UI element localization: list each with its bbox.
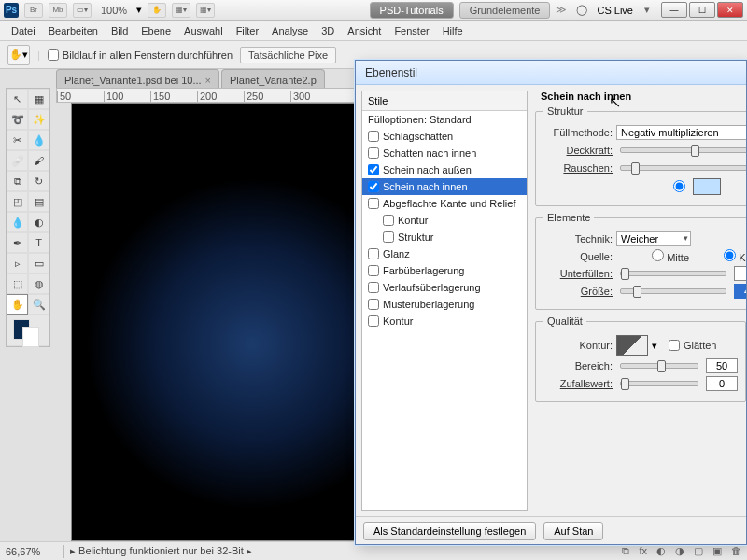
- minimize-button[interactable]: —: [661, 2, 687, 18]
- range-input[interactable]: 50: [706, 358, 738, 373]
- antialias-checkbox[interactable]: Glätten: [669, 340, 738, 351]
- healing-tool[interactable]: 🩹: [7, 150, 28, 171]
- color-swatches[interactable]: [7, 315, 49, 346]
- style-gradient-overlay[interactable]: Verlaufsüberlagerung: [362, 279, 527, 296]
- style-outer-glow[interactable]: Schein nach außen: [362, 161, 527, 178]
- menu-datei[interactable]: Datei: [11, 25, 35, 36]
- lasso-tool[interactable]: ➰: [7, 109, 28, 130]
- new-icon[interactable]: ▣: [712, 545, 722, 557]
- size-label[interactable]: Größe:: [543, 286, 613, 297]
- choke-input[interactable]: 0: [734, 266, 746, 281]
- scroll-all-checkbox[interactable]: Bildlauf in allen Fenstern durchführen: [48, 49, 233, 61]
- screen-mode-icon[interactable]: ▭▾: [73, 3, 92, 18]
- make-default-button[interactable]: Als Standardeinstellung festlegen: [363, 522, 536, 540]
- brush-tool[interactable]: 🖌: [28, 150, 49, 171]
- noise-label[interactable]: Rauschen:: [543, 162, 613, 174]
- stamp-tool[interactable]: ⧉: [7, 171, 28, 191]
- style-color-overlay[interactable]: Farbüberlagerung: [362, 262, 527, 279]
- menu-bearbeiten[interactable]: Bearbeiten: [49, 25, 98, 36]
- menu-filter[interactable]: Filter: [236, 25, 259, 36]
- source-edge-radio[interactable]: Kante: [697, 249, 746, 263]
- history-brush-tool[interactable]: ↻: [28, 171, 49, 191]
- zoom-dropdown[interactable]: 100%: [101, 5, 127, 16]
- style-pattern-overlay[interactable]: Musterüberlagerung: [362, 296, 527, 313]
- jitter-slider[interactable]: [620, 381, 698, 386]
- menu-bild[interactable]: Bild: [111, 25, 128, 36]
- 3d-camera-tool[interactable]: ◍: [28, 273, 49, 294]
- size-slider[interactable]: [620, 288, 726, 294]
- choke-slider[interactable]: [620, 271, 726, 276]
- style-satin[interactable]: Glanz: [362, 245, 527, 262]
- style-texture[interactable]: Struktur: [362, 229, 527, 245]
- eyedropper-tool[interactable]: 💧: [28, 130, 49, 150]
- opacity-slider[interactable]: [620, 147, 746, 153]
- choke-label[interactable]: Unterfüllen:: [543, 268, 613, 279]
- wand-tool[interactable]: ✨: [28, 109, 49, 130]
- style-blending-options[interactable]: Fülloptionen: Standard: [362, 111, 527, 128]
- range-slider[interactable]: [620, 363, 698, 369]
- style-contour[interactable]: Kontur: [362, 212, 527, 229]
- workspace-tab-inactive[interactable]: Grundelemente: [459, 2, 551, 19]
- canvas-area[interactable]: [71, 103, 374, 541]
- current-tool-icon[interactable]: ✋▾: [7, 45, 30, 65]
- color-radio[interactable]: [616, 180, 685, 194]
- background-swatch[interactable]: [22, 327, 39, 347]
- technique-dropdown[interactable]: Weicher: [616, 231, 691, 246]
- source-center-radio[interactable]: Mitte: [620, 249, 689, 263]
- dodge-tool[interactable]: ◐: [28, 212, 49, 232]
- adjustment-icon[interactable]: ◑: [675, 545, 684, 557]
- noise-slider[interactable]: [620, 165, 746, 171]
- crop-tool[interactable]: ✂: [7, 130, 28, 150]
- 3d-tool[interactable]: ⬚: [7, 273, 28, 294]
- folder-icon[interactable]: ▢: [694, 545, 703, 557]
- menu-3d[interactable]: 3D: [321, 25, 334, 36]
- document-canvas[interactable]: [72, 104, 373, 540]
- fx-icon[interactable]: fx: [639, 545, 647, 557]
- menu-ebene[interactable]: Ebene: [141, 25, 171, 36]
- maximize-button[interactable]: ☐: [689, 2, 715, 18]
- menu-auswahl[interactable]: Auswahl: [184, 25, 223, 36]
- opacity-label[interactable]: Deckkraft:: [543, 145, 613, 156]
- reset-default-button[interactable]: Auf Stan: [543, 522, 603, 540]
- minibridge-icon[interactable]: Mb: [49, 3, 67, 18]
- menu-ansicht[interactable]: Ansicht: [347, 25, 381, 36]
- blur-tool[interactable]: 💧: [7, 212, 28, 232]
- hand-tool[interactable]: ✋: [7, 294, 28, 315]
- path-tool[interactable]: ▹: [7, 253, 28, 273]
- style-list-header[interactable]: Stile: [362, 91, 527, 111]
- arrange-icon[interactable]: ▦▾: [172, 3, 190, 18]
- shape-tool[interactable]: ▭: [28, 253, 49, 273]
- move-tool[interactable]: ↖: [7, 89, 28, 109]
- eraser-tool[interactable]: ◰: [7, 191, 28, 212]
- zoom-tool[interactable]: 🔍: [28, 294, 49, 315]
- style-bevel[interactable]: Abgeflachte Kante und Relief: [362, 195, 527, 212]
- gradient-radio[interactable]: [728, 180, 746, 194]
- jitter-label[interactable]: Zufallswert:: [543, 378, 613, 389]
- style-drop-shadow[interactable]: Schlagschatten: [362, 128, 527, 145]
- size-input[interactable]: 40: [734, 284, 746, 299]
- jitter-input[interactable]: 0: [706, 376, 738, 391]
- extras-icon[interactable]: ▦▾: [196, 3, 215, 18]
- pen-tool[interactable]: ✒: [7, 232, 28, 253]
- type-tool[interactable]: T: [28, 232, 49, 253]
- document-tab-1[interactable]: Planet_Variante1.psd bei 10...×: [56, 69, 219, 88]
- actual-pixels-button[interactable]: Tatsächliche Pixe: [240, 47, 336, 63]
- trash-icon[interactable]: 🗑: [731, 545, 741, 557]
- contour-picker[interactable]: [616, 335, 648, 356]
- color-well[interactable]: [693, 178, 721, 195]
- range-label[interactable]: Bereich:: [543, 360, 613, 371]
- menu-fenster[interactable]: Fenster: [394, 25, 429, 36]
- close-button[interactable]: ✕: [717, 2, 743, 18]
- workspace-tab-active[interactable]: PSD-Tutorials: [370, 2, 454, 19]
- menu-hilfe[interactable]: Hilfe: [443, 25, 463, 36]
- cs-live-button[interactable]: CS Live: [597, 5, 633, 16]
- bridge-icon[interactable]: Br: [24, 3, 43, 18]
- marquee-tool[interactable]: ▦: [28, 89, 49, 109]
- link-icon[interactable]: ⧉: [622, 545, 629, 557]
- more-icon[interactable]: ≫: [556, 4, 567, 16]
- hand-icon[interactable]: ✋: [148, 3, 166, 18]
- menu-analyse[interactable]: Analyse: [272, 25, 308, 36]
- document-tab-2[interactable]: Planet_Variante2.p: [221, 69, 325, 88]
- dialog-titlebar[interactable]: Ebenenstil: [356, 61, 746, 85]
- close-icon[interactable]: ×: [205, 75, 211, 86]
